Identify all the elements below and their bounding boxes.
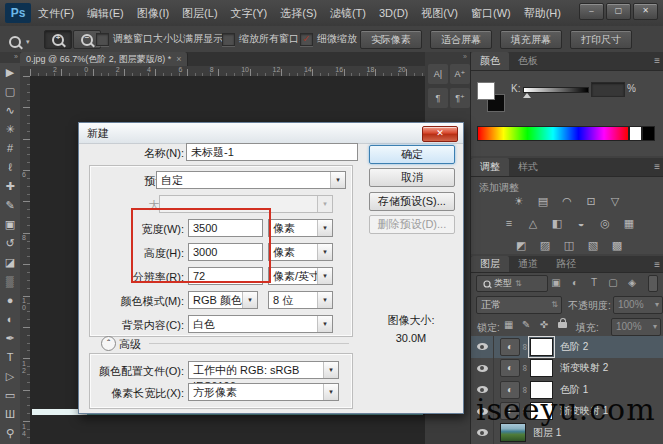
panel-menu-icon[interactable]: ≡ xyxy=(654,259,660,270)
document-close-icon[interactable]: × xyxy=(176,54,181,64)
menu-item-6[interactable]: 滤镜(T) xyxy=(330,6,366,21)
pen-tool-icon[interactable]: ✒ xyxy=(0,329,20,348)
menu-item-2[interactable]: 图像(I) xyxy=(137,6,169,21)
background-contents-select[interactable]: 白色 ▾ xyxy=(188,315,333,333)
dialog-title-bar[interactable]: 新建 xyxy=(79,123,463,144)
layer-mask-thumbnail[interactable] xyxy=(530,338,553,356)
layer-filter-type-select[interactable]: 类型 ⇅ xyxy=(476,275,548,292)
color-profile-select[interactable]: 工作中的 RGB: sRGB IEC6196... ▾ xyxy=(188,361,339,379)
menu-item-10[interactable]: 帮助(H) xyxy=(524,6,561,21)
height-unit-select[interactable]: 像素 ▾ xyxy=(268,243,333,261)
options-button-2[interactable]: 填充屏幕 xyxy=(500,30,562,49)
checkbox-1[interactable] xyxy=(222,33,235,46)
rectangular-marquee-tool-icon[interactable]: ▢ xyxy=(0,82,20,101)
opacity-select[interactable]: 100% ▾ xyxy=(613,296,663,314)
layer-mask-thumbnail[interactable] xyxy=(530,359,553,377)
zoom-tool-icon[interactable]: ⚲ xyxy=(0,424,20,443)
crop-tool-icon[interactable]: # xyxy=(0,139,20,158)
cancel-button[interactable]: 取消 xyxy=(369,168,455,187)
pixel-aspect-select[interactable]: 方形像素 ▾ xyxy=(188,383,339,401)
width-input[interactable]: 3500 xyxy=(188,219,263,237)
lock-position-icon[interactable]: ✜ xyxy=(540,319,548,330)
adjustment-layer-thumbnail[interactable]: ◐ xyxy=(500,338,520,356)
posterize-icon[interactable]: ▨ xyxy=(535,236,555,254)
black-ramp-swatch[interactable] xyxy=(642,126,655,141)
tab-paths[interactable]: 路径 xyxy=(547,256,585,272)
menu-item-4[interactable]: 文字(Y) xyxy=(231,6,268,21)
menu-item-0[interactable]: 文件(F) xyxy=(38,6,74,21)
advanced-collapse-icon[interactable]: ˆ xyxy=(101,336,116,351)
lock-all-icon[interactable] xyxy=(558,322,567,328)
options-button-3[interactable]: 打印尺寸 xyxy=(570,30,632,49)
eyedropper-tool-icon[interactable]: ℓ xyxy=(0,158,20,177)
filter-pixel-layers-icon[interactable]: ▣ xyxy=(549,275,563,290)
move-tool-icon[interactable]: ▶ xyxy=(0,63,20,82)
name-input[interactable]: 未标题-1 xyxy=(186,143,358,161)
filter-toggle-switch[interactable] xyxy=(648,275,658,292)
character-styles-panel-icon[interactable]: A⁺ xyxy=(450,64,470,84)
channel-mixer-icon[interactable]: ◎ xyxy=(595,214,615,232)
visibility-toggle[interactable] xyxy=(471,336,494,358)
layer-row[interactable]: ◐∞色阶 2 xyxy=(471,336,663,359)
k-slider-thumb[interactable] xyxy=(523,93,531,98)
menu-item-1[interactable]: 编辑(E) xyxy=(87,6,124,21)
path-selection-tool-icon[interactable]: ▷ xyxy=(0,367,20,386)
fill-select[interactable]: 100% ▾ xyxy=(611,318,661,336)
dialog-close-button[interactable]: ✕ xyxy=(422,126,458,142)
photo-filter-icon[interactable]: ◒ xyxy=(571,214,591,232)
collapse-tools-icon[interactable]: » xyxy=(0,52,20,63)
type-tool-icon[interactable]: T xyxy=(0,348,20,367)
menu-item-9[interactable]: 窗口(W) xyxy=(471,6,511,21)
document-tab[interactable]: 0.jpg @ 66.7%(色阶 2, 图层蒙版/8) * × xyxy=(20,52,188,66)
curves-icon[interactable]: ◠ xyxy=(557,192,577,210)
menu-item-5[interactable]: 选择(S) xyxy=(280,6,317,21)
minimize-button[interactable]: – xyxy=(579,3,604,20)
tab-channels[interactable]: 通道 xyxy=(509,256,547,272)
paragraph-styles-panel-icon[interactable]: ¶⁺ xyxy=(450,88,470,108)
collapse-dock-icon[interactable]: » xyxy=(425,52,470,61)
quick-selection-tool-icon[interactable]: ✳ xyxy=(0,120,20,139)
resolution-input[interactable]: 72 xyxy=(188,267,263,285)
tab-styles[interactable]: 样式 xyxy=(509,158,547,176)
color-lookup-icon[interactable]: ▦ xyxy=(619,214,639,232)
levels-icon[interactable]: ▤ xyxy=(533,192,553,210)
eraser-tool-icon[interactable]: ◪ xyxy=(0,253,20,272)
blur-tool-icon[interactable]: ● xyxy=(0,291,20,310)
rectangle-shape-tool-icon[interactable]: ▭ xyxy=(0,386,20,405)
hand-tool-icon[interactable]: Ш xyxy=(0,405,20,424)
color-mode-select[interactable]: RGB 颜色 ▾ xyxy=(188,291,258,309)
save-preset-button[interactable]: 存储预设(S)... xyxy=(369,192,455,211)
options-button-0[interactable]: 实际像素 xyxy=(360,30,422,49)
resolution-unit-select[interactable]: 像素/英寸 ▾ xyxy=(268,267,333,285)
checkbox-2[interactable]: ✓ xyxy=(300,33,313,46)
history-brush-tool-icon[interactable]: ↺ xyxy=(0,234,20,253)
tab-swatches[interactable]: 色板 xyxy=(509,52,547,70)
filter-shape-layers-icon[interactable]: ▢ xyxy=(606,275,620,290)
spot-healing-brush-tool-icon[interactable]: ✚ xyxy=(0,177,20,196)
bit-depth-select[interactable]: 8 位 ▾ xyxy=(268,291,333,309)
layer-name[interactable]: 色阶 2 xyxy=(560,340,588,354)
menu-item-7[interactable]: 3D(D) xyxy=(379,7,408,19)
lock-transparent-pixels-icon[interactable]: ▦ xyxy=(504,319,513,330)
tab-layers[interactable]: 图层 xyxy=(471,256,509,272)
threshold-icon[interactable]: ◫ xyxy=(559,236,579,254)
layer-row[interactable]: ◐∞渐变映射 2 xyxy=(471,358,663,381)
invert-icon[interactable]: ◩ xyxy=(511,236,531,254)
tab-adjustments[interactable]: 调整 xyxy=(471,158,509,176)
vibrance-icon[interactable]: ▽ xyxy=(605,192,625,210)
blend-mode-select[interactable]: 正常 ⇅ xyxy=(476,296,562,314)
clone-stamp-tool-icon[interactable]: ▣ xyxy=(0,215,20,234)
checkbox-0[interactable] xyxy=(96,33,109,46)
options-button-1[interactable]: 适合屏幕 xyxy=(430,30,492,49)
gradient-map-icon[interactable]: ▧ xyxy=(583,236,603,254)
lock-image-pixels-icon[interactable]: ✎ xyxy=(522,319,530,330)
height-input[interactable]: 3000 xyxy=(188,243,263,261)
hue-saturation-icon[interactable]: ≡ xyxy=(499,214,519,232)
tab-color[interactable]: 颜色 xyxy=(471,52,509,70)
paragraph-panel-icon[interactable]: ¶ xyxy=(428,88,448,108)
zoom-in-button[interactable]: + xyxy=(44,30,72,49)
tool-preset-caret-icon[interactable]: ▾ xyxy=(26,38,30,46)
width-unit-select[interactable]: 像素 ▾ xyxy=(268,219,333,237)
ok-button[interactable]: 确定 xyxy=(369,145,455,164)
menu-item-3[interactable]: 图层(L) xyxy=(182,6,217,21)
